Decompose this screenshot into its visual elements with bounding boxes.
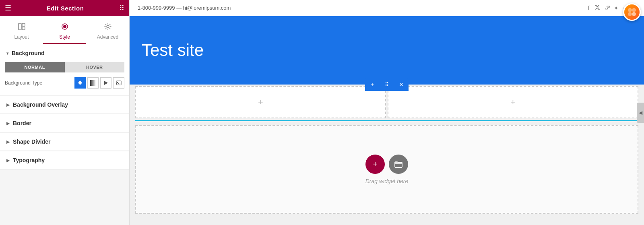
twitter-icon[interactable] xyxy=(594,4,600,11)
normal-btn[interactable]: NORMAL xyxy=(5,62,65,72)
panel-title: Edit Section xyxy=(47,5,84,12)
style-icon xyxy=(61,23,69,33)
background-overlay-header[interactable]: ▶ Background Overlay xyxy=(0,96,129,114)
svg-point-4 xyxy=(63,25,66,28)
normal-hover-toggle: NORMAL HOVER xyxy=(5,62,124,72)
svg-rect-6 xyxy=(90,80,96,86)
shape-divider-title: Shape Divider xyxy=(13,138,50,145)
typography-header[interactable]: ▶ Typography xyxy=(0,151,129,169)
empty-section: + Drag widget here xyxy=(135,125,638,214)
bg-expanded: NORMAL HOVER Background Type xyxy=(0,62,129,95)
shape-divider-section: ▶ Shape Divider xyxy=(0,133,129,151)
typography-title: Typography xyxy=(13,157,45,163)
svg-point-5 xyxy=(107,25,109,28)
tab-style-label: Style xyxy=(59,34,70,40)
typography-section: ▶ Typography xyxy=(0,151,129,169)
grid-icon[interactable]: ⠿ xyxy=(119,4,124,12)
background-title: Background xyxy=(12,50,45,56)
blue-border xyxy=(135,120,638,121)
svg-rect-2 xyxy=(22,27,25,30)
contact-info: 1-800-999-9999 — hi@loremipsum.com xyxy=(138,5,231,11)
svg-point-11 xyxy=(632,8,636,12)
site-title: Test site xyxy=(142,41,204,60)
add-widget-btn[interactable]: + xyxy=(365,155,385,174)
typography-arrow: ▶ xyxy=(6,158,10,163)
shape-arrow: ▶ xyxy=(6,140,10,144)
add-col-left-icon[interactable]: + xyxy=(258,97,263,107)
left-panel: ☰ Edit Section ⠿ Layout Style Advanced xyxy=(0,0,130,225)
panel-tabs: Layout Style Advanced xyxy=(0,16,129,44)
bg-type-color[interactable] xyxy=(74,77,86,89)
action-btns: + xyxy=(365,155,408,174)
svg-rect-1 xyxy=(22,23,25,26)
add-section-btn[interactable]: + xyxy=(365,78,380,91)
tab-layout[interactable]: Layout xyxy=(0,16,43,44)
bg-type-image[interactable] xyxy=(113,77,124,89)
tab-advanced-label: Advanced xyxy=(97,34,118,40)
svg-rect-0 xyxy=(19,23,21,30)
hover-btn[interactable]: HOVER xyxy=(65,62,125,72)
two-col-row: + + xyxy=(135,86,638,118)
right-panel: 1-800-999-9999 — hi@loremipsum.com f 𝒫 ✦… xyxy=(130,0,644,225)
layout-icon xyxy=(18,23,26,33)
bg-type-video[interactable] xyxy=(100,77,111,89)
tab-advanced[interactable]: Advanced xyxy=(86,16,129,44)
border-arrow: ▶ xyxy=(6,121,10,126)
tab-layout-label: Layout xyxy=(14,34,29,40)
panel-header: ☰ Edit Section ⠿ xyxy=(0,0,129,16)
bg-type-gradient[interactable] xyxy=(87,77,99,89)
blue-banner: Test site + ⠿ ✕ xyxy=(130,16,644,85)
overlay-arrow: ▶ xyxy=(6,103,10,107)
add-col-right-icon[interactable]: + xyxy=(510,97,516,107)
shape-divider-header[interactable]: ▶ Shape Divider xyxy=(0,133,129,151)
background-arrow: ▾ xyxy=(6,51,8,56)
advanced-icon xyxy=(104,23,112,33)
empty-col-left[interactable]: + xyxy=(135,86,386,118)
app-icon[interactable] xyxy=(623,3,641,21)
yelp-icon[interactable]: ✦ xyxy=(614,5,619,11)
drag-hint: Drag widget here xyxy=(365,178,409,184)
facebook-icon[interactable]: f xyxy=(588,5,590,11)
tab-style[interactable]: Style xyxy=(43,16,86,44)
pinterest-icon[interactable]: 𝒫 xyxy=(605,4,609,11)
svg-marker-7 xyxy=(104,81,108,85)
svg-point-13 xyxy=(632,12,636,16)
svg-rect-14 xyxy=(395,162,402,167)
drag-section-btn[interactable]: ⠿ xyxy=(380,78,394,91)
collapse-arrow[interactable]: ◀ xyxy=(637,103,644,123)
background-overlay-section: ▶ Background Overlay xyxy=(0,96,129,114)
hamburger-icon[interactable]: ☰ xyxy=(5,4,11,12)
bg-type-icons xyxy=(74,77,124,89)
background-overlay-title: Background Overlay xyxy=(13,101,68,108)
empty-col-right[interactable]: + xyxy=(388,86,638,118)
collapse-icon: ◀ xyxy=(639,110,642,116)
bg-type-row: Background Type xyxy=(5,77,124,89)
svg-point-12 xyxy=(628,12,632,16)
panel-body: ▾ Background NORMAL HOVER Background Typ… xyxy=(0,44,129,225)
border-title: Border xyxy=(13,120,31,126)
top-bar: 1-800-999-9999 — hi@loremipsum.com f 𝒫 ✦… xyxy=(130,0,644,16)
svg-point-10 xyxy=(628,8,632,12)
section-controls: + ⠿ ✕ xyxy=(365,78,409,91)
bg-type-label: Background Type xyxy=(5,80,71,86)
folder-btn[interactable] xyxy=(389,155,408,174)
background-section: ▾ Background NORMAL HOVER Background Typ… xyxy=(0,44,129,95)
background-header[interactable]: ▾ Background xyxy=(0,44,129,62)
close-section-btn[interactable]: ✕ xyxy=(394,78,409,91)
border-section: ▶ Border xyxy=(0,114,129,132)
canvas: Test site + ⠿ ✕ + + + xyxy=(130,16,644,225)
border-header[interactable]: ▶ Border xyxy=(0,114,129,132)
